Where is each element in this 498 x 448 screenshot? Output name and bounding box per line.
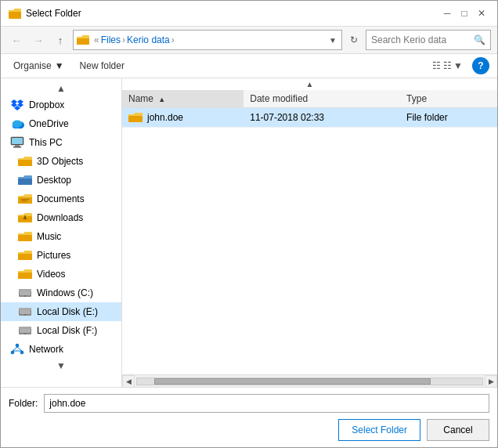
maximize-button[interactable]: □ xyxy=(456,5,472,21)
bottom-bar: Folder: Select Folder Cancel xyxy=(1,387,497,447)
col-name[interactable]: Name ▲ xyxy=(122,90,244,108)
organise-button[interactable]: Organise ▼ xyxy=(9,59,69,73)
sidebar-scroll-down[interactable]: ▼ xyxy=(1,359,121,373)
sidebar: ▲ Dropbox OneDrive xyxy=(1,78,122,387)
folder-music-icon xyxy=(18,230,32,243)
scroll-thumb[interactable] xyxy=(154,378,431,385)
cancel-button[interactable]: Cancel xyxy=(427,419,489,441)
col-date-modified[interactable]: Date modified xyxy=(244,90,400,108)
dialog-title: Select Folder xyxy=(26,8,81,19)
breadcrumb-kerio-data[interactable]: Kerio data xyxy=(127,34,170,45)
folder-download-icon xyxy=(18,211,32,224)
svg-rect-16 xyxy=(13,146,21,148)
sidebar-item-videos-label: Videos xyxy=(37,269,65,280)
col-date-label: Date modified xyxy=(250,93,308,104)
back-button[interactable]: ← xyxy=(7,31,26,49)
folder-pics-icon xyxy=(18,249,32,262)
forward-button[interactable]: → xyxy=(29,31,48,49)
drive-c-icon xyxy=(18,287,32,299)
button-row: Select Folder Cancel xyxy=(9,419,489,441)
minimize-button[interactable]: ─ xyxy=(439,5,455,21)
svg-point-47 xyxy=(16,344,19,347)
svg-rect-2 xyxy=(9,12,21,18)
svg-rect-15 xyxy=(15,145,20,146)
breadcrumb-files[interactable]: Files xyxy=(101,34,121,45)
sidebar-item-windowsc-label: Windows (C:) xyxy=(37,287,93,298)
breadcrumb-sep-2: › xyxy=(122,34,125,45)
sidebar-item-windowsc[interactable]: Windows (C:) xyxy=(1,284,121,302)
svg-rect-14 xyxy=(12,138,23,144)
dialog-folder-icon xyxy=(9,7,21,20)
sidebar-item-pictures[interactable]: Pictures xyxy=(1,246,121,265)
sidebar-item-music[interactable]: Music xyxy=(1,227,121,246)
dropbox-icon xyxy=(10,99,24,111)
svg-rect-20 xyxy=(18,179,32,185)
scroll-right-button[interactable]: ▶ xyxy=(485,375,497,388)
folder-docs-icon xyxy=(18,193,32,205)
close-button[interactable]: ✕ xyxy=(474,5,489,21)
address-dropdown-button[interactable]: ▼ xyxy=(327,34,338,46)
refresh-button[interactable]: ↻ xyxy=(345,31,363,49)
scroll-track xyxy=(136,378,483,385)
view-icon: ☷ ☷ xyxy=(432,60,452,71)
svg-point-49 xyxy=(20,351,23,354)
computer-icon xyxy=(10,136,24,149)
folder-icon xyxy=(128,111,143,124)
svg-point-45 xyxy=(24,333,26,334)
up-button[interactable]: ↑ xyxy=(51,31,70,49)
sidebar-item-desktop-label: Desktop xyxy=(37,175,71,186)
drive-e-icon xyxy=(18,305,32,318)
help-button[interactable]: ? xyxy=(472,57,489,74)
sidebar-item-thispc[interactable]: This PC xyxy=(1,133,121,152)
sidebar-item-network[interactable]: Network xyxy=(1,340,121,359)
address-bar: « Files › Kerio data › ▼ xyxy=(73,30,342,50)
sidebar-scroll-up[interactable]: ▲ xyxy=(1,81,121,96)
col-type-label: Type xyxy=(406,93,427,104)
new-folder-button[interactable]: New folder xyxy=(75,59,129,73)
network-icon xyxy=(10,343,24,356)
svg-rect-46 xyxy=(19,327,31,329)
svg-line-51 xyxy=(17,347,22,351)
action-bar: Organise ▼ New folder ☷ ☷ ▼ ? xyxy=(1,54,497,78)
organise-label: Organise xyxy=(13,60,52,71)
title-left: Select Folder xyxy=(9,7,81,20)
breadcrumb-folder-icon xyxy=(77,34,89,46)
sidebar-item-localdiskf[interactable]: Local Disk (F:) xyxy=(1,321,121,340)
svg-point-12 xyxy=(13,121,23,128)
file-name: john.doe xyxy=(147,112,183,123)
title-bar: Select Folder ─ □ ✕ xyxy=(1,1,497,27)
scroll-indicator-top[interactable]: ▲ xyxy=(122,78,497,90)
search-input[interactable] xyxy=(371,34,471,45)
sidebar-item-dropbox[interactable]: Dropbox xyxy=(1,96,121,114)
sidebar-item-dropbox-label: Dropbox xyxy=(29,99,64,110)
file-date: 11-07-2018 02:33 xyxy=(244,108,400,128)
new-folder-label: New folder xyxy=(80,60,125,71)
file-table: Name ▲ Date modified Type xyxy=(122,90,497,128)
view-button[interactable]: ☷ ☷ ▼ xyxy=(429,59,466,73)
scroll-left-button[interactable]: ◀ xyxy=(122,375,135,388)
onedrive-icon xyxy=(10,117,24,130)
select-folder-button[interactable]: Select Folder xyxy=(338,419,420,441)
svg-rect-30 xyxy=(18,235,32,241)
sidebar-item-desktop[interactable]: Desktop xyxy=(1,171,121,190)
folder-video-icon xyxy=(18,268,32,280)
table-row[interactable]: john.doe 11-07-2018 02:33 File folder xyxy=(122,108,497,128)
sidebar-item-documents[interactable]: Documents xyxy=(1,190,121,208)
sidebar-item-videos[interactable]: Videos xyxy=(1,265,121,284)
sidebar-item-localdiske[interactable]: Local Disk (E:) xyxy=(1,302,121,321)
sidebar-item-music-label: Music xyxy=(37,231,61,242)
folder-input[interactable] xyxy=(44,394,489,413)
file-list-container[interactable]: ▲ Name ▲ Date modified xyxy=(122,78,497,374)
sidebar-item-onedrive[interactable]: OneDrive xyxy=(1,114,121,133)
sidebar-item-downloads[interactable]: Downloads xyxy=(1,208,121,227)
sidebar-item-3dobjects[interactable]: 3D Objects xyxy=(1,152,121,171)
drive-f-icon xyxy=(18,324,32,337)
help-label: ? xyxy=(478,60,483,71)
svg-point-37 xyxy=(24,295,26,297)
sidebar-item-onedrive-label: OneDrive xyxy=(29,118,69,129)
sidebar-item-network-label: Network xyxy=(29,344,63,355)
search-box: 🔍 xyxy=(366,30,491,50)
col-type[interactable]: Type xyxy=(400,90,497,108)
scroll-up-arrow[interactable]: ▲ xyxy=(306,80,314,89)
svg-rect-32 xyxy=(18,254,32,260)
